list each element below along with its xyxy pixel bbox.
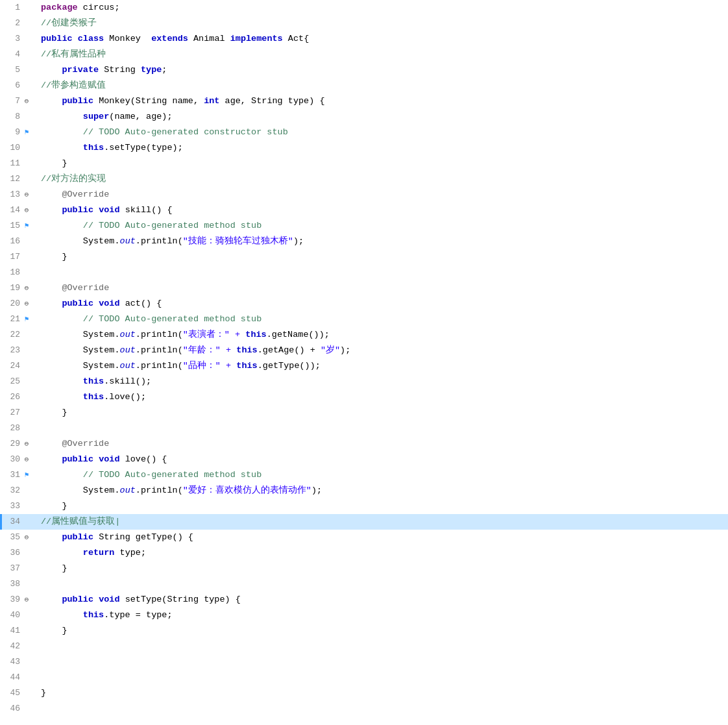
code-line-30: 30 ⊖ public void love() { [0, 452, 728, 467]
gutter-16: 16 [0, 234, 36, 249]
code-line-16: 16 System.out.println("技能：骑独轮车过独木桥"); [0, 234, 728, 249]
content-17: } [36, 249, 728, 265]
line-num-30: 30 [3, 452, 21, 467]
line-num-46: 46 [3, 701, 21, 717]
code-line-44: 44 [0, 670, 728, 685]
code-line-37: 37 } [0, 561, 728, 576]
gutter-8: 8 [0, 109, 36, 125]
code-line-4: 4 //私有属性品种 [0, 47, 728, 62]
gutter-26: 26 [0, 389, 36, 405]
gutter-24: 24 [0, 358, 36, 374]
content-2: //创建类猴子 [36, 16, 728, 31]
code-line-13: 13 ⊖ @Override [0, 187, 728, 203]
line-num-34: 34 [3, 514, 21, 530]
gutter-22: 22 [0, 327, 36, 343]
gutter-6: 6 [0, 78, 36, 93]
content-25: this.skill(); [36, 374, 728, 389]
content-5: private String type; [36, 62, 728, 78]
line-num-31: 31 [3, 467, 21, 483]
code-line-25: 25 this.skill(); [0, 374, 728, 389]
content-35: public String getType() { [36, 530, 728, 545]
gutter-4: 4 [0, 47, 36, 62]
code-line-17: 17 } [0, 249, 728, 265]
gutter-25: 25 [0, 374, 36, 389]
code-line-35: 35 ⊖ public String getType() { [0, 530, 728, 545]
line-num-10: 10 [3, 140, 21, 156]
code-line-38: 38 [0, 576, 728, 592]
content-19: @Override [36, 280, 728, 296]
line-num-32: 32 [3, 483, 21, 498]
gutter-33: 33 [0, 498, 36, 514]
code-line-40: 40 this.type = type; [0, 608, 728, 623]
gutter-36: 36 [0, 545, 36, 561]
content-40: this.type = type; [36, 608, 728, 623]
gutter-31: 31 ⚑ [0, 467, 36, 483]
gutter-21: 21 ⚑ [0, 312, 36, 327]
marker-21: ⚑ [21, 312, 32, 327]
code-line-8: 8 super(name, age); [0, 109, 728, 125]
gutter-11: 11 [0, 156, 36, 171]
gutter-28: 28 [0, 421, 36, 436]
content-24: System.out.println("品种：" + this.getType(… [36, 358, 728, 374]
gutter-2: 2 [0, 16, 36, 31]
content-29: @Override [36, 436, 728, 452]
gutter-45: 45 [0, 685, 36, 701]
code-line-45: 45 } [0, 685, 728, 701]
code-line-23: 23 System.out.println("年龄：" + this.getAg… [0, 343, 728, 358]
line-num-9: 9 [3, 125, 21, 140]
gutter-12: 12 [0, 171, 36, 187]
marker-9: ⚑ [21, 125, 32, 140]
code-line-28: 28 [0, 421, 728, 436]
gutter-14: 14 ⊖ [0, 203, 36, 218]
marker-7: ⊖ [21, 93, 32, 109]
content-23: System.out.println("年龄：" + this.getAge()… [36, 343, 728, 358]
code-line-1: 1 package circus; [0, 0, 728, 16]
content-3: public class Monkey extends Animal imple… [36, 31, 728, 47]
line-num-45: 45 [3, 685, 21, 701]
line-num-17: 17 [3, 249, 21, 265]
gutter-7: 7 ⊖ [0, 93, 36, 109]
gutter-35: 35 ⊖ [0, 530, 36, 545]
marker-19: ⊖ [21, 280, 32, 296]
gutter-15: 15 ⚑ [0, 218, 36, 234]
gutter-30: 30 ⊖ [0, 452, 36, 467]
content-27: } [36, 405, 728, 421]
content-1: package circus; [36, 0, 728, 16]
marker-15: ⚑ [21, 218, 32, 234]
content-18 [36, 265, 728, 280]
line-num-5: 5 [3, 62, 21, 78]
code-line-18: 18 [0, 265, 728, 280]
line-num-16: 16 [3, 234, 21, 249]
content-34: //属性赋值与获取| [36, 514, 728, 530]
code-line-39: 39 ⊖ public void setType(String type) { [0, 592, 728, 608]
line-num-28: 28 [3, 421, 21, 436]
line-num-42: 42 [3, 639, 21, 654]
line-num-3: 3 [3, 31, 21, 47]
gutter-17: 17 [0, 249, 36, 265]
gutter-39: 39 ⊖ [0, 592, 36, 608]
content-6: //带参构造赋值 [36, 78, 728, 93]
code-line-9: 9 ⚑ // TODO Auto-generated constructor s… [0, 125, 728, 140]
content-38 [36, 576, 728, 592]
content-7: public Monkey(String name, int age, Stri… [36, 93, 728, 109]
line-num-24: 24 [3, 358, 21, 374]
content-26: this.love(); [36, 389, 728, 405]
content-10: this.setType(type); [36, 140, 728, 156]
line-num-29: 29 [3, 436, 21, 452]
content-45: } [36, 685, 728, 701]
code-line-36: 36 return type; [0, 545, 728, 561]
content-20: public void act() { [36, 296, 728, 312]
marker-20: ⊖ [21, 296, 32, 312]
line-num-21: 21 [3, 312, 21, 327]
line-num-20: 20 [3, 296, 21, 312]
line-num-33: 33 [3, 498, 21, 514]
code-line-29: 29 ⊖ @Override [0, 436, 728, 452]
code-line-32: 32 System.out.println("爱好：喜欢模仿人的表情动作"); [0, 483, 728, 498]
code-line-31: 31 ⚑ // TODO Auto-generated method stub [0, 467, 728, 483]
gutter-9: 9 ⚑ [0, 125, 36, 140]
code-line-14: 14 ⊖ public void skill() { [0, 203, 728, 218]
code-line-46: 46 [0, 701, 728, 717]
code-line-41: 41 } [0, 623, 728, 639]
gutter-18: 18 [0, 265, 36, 280]
marker-30: ⊖ [21, 452, 32, 467]
